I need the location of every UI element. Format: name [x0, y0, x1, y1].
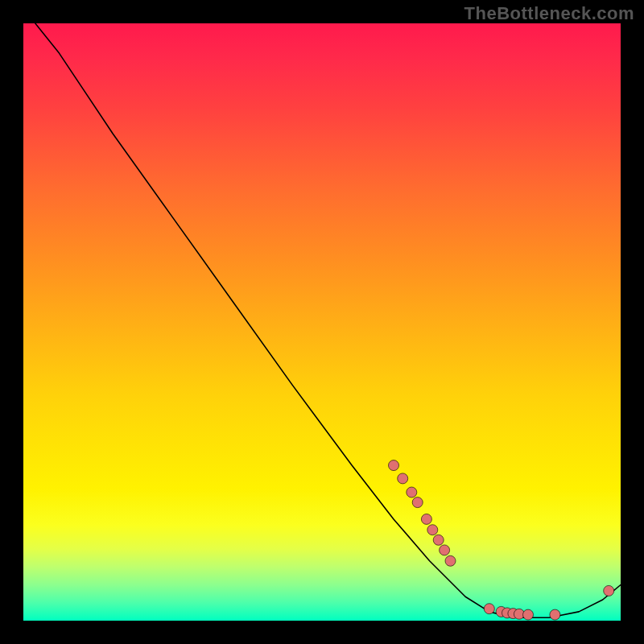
- watermark-text: TheBottleneck.com: [464, 3, 634, 24]
- data-marker: [412, 497, 423, 508]
- data-marker: [604, 585, 614, 596]
- marker-group: [389, 460, 614, 621]
- data-marker: [389, 460, 399, 471]
- data-marker: [433, 535, 444, 545]
- data-marker: [523, 609, 534, 620]
- data-marker: [398, 473, 408, 484]
- bottleneck-curve: [35, 23, 621, 617]
- data-marker: [445, 555, 456, 566]
- data-marker: [421, 514, 431, 524]
- data-marker: [407, 487, 417, 497]
- chart-stage: TheBottleneck.com: [0, 0, 644, 644]
- data-marker: [427, 525, 438, 535]
- data-marker: [484, 604, 494, 614]
- plot-svg: [23, 23, 621, 621]
- data-marker: [440, 545, 450, 555]
- data-marker: [550, 609, 560, 620]
